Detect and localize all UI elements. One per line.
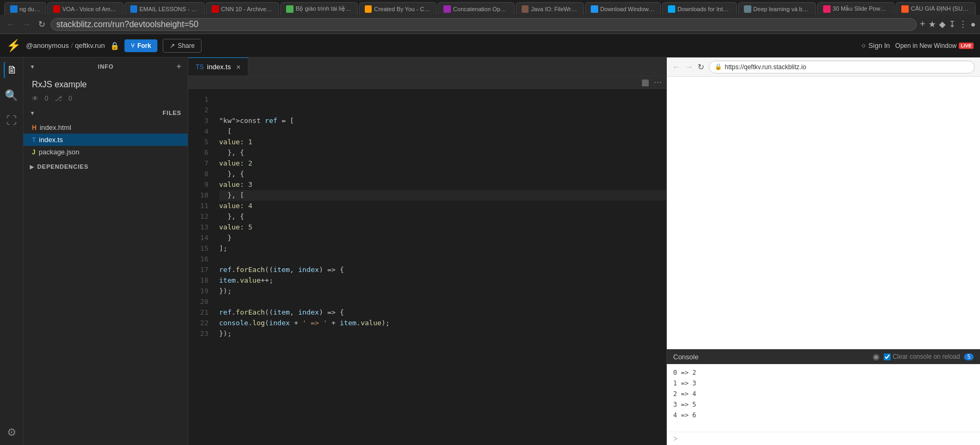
browser-tab[interactable]: CNN 10 - Archive -...	[206, 2, 279, 15]
browser-tab[interactable]: 30 Mẫu Slide Power...	[817, 2, 894, 15]
editor-tab-label: index.ts	[207, 63, 231, 71]
open-new-window-label: Open in New Window	[895, 42, 957, 50]
right-actions: ○ Sign In Open in New Window LIVE	[861, 42, 974, 50]
line-number: 1	[188, 94, 214, 105]
files-chevron: ▼	[30, 110, 35, 116]
files-list: Hindex.htmlTindex.tsJpackage.json	[23, 119, 188, 160]
code-content[interactable]: "kw">const ref = [ [ value: 1 }, { value…	[214, 89, 666, 445]
project-meta: 👁 0 ⎇ 0	[23, 94, 188, 106]
browser-tab[interactable]: ng dung	[4, 2, 46, 15]
code-line	[219, 94, 666, 105]
lock-icon[interactable]: 🔒	[110, 42, 119, 50]
line-number: 5	[188, 137, 214, 147]
fork-label: Fork	[137, 42, 151, 50]
line-number: 20	[188, 296, 214, 307]
code-line	[219, 296, 666, 307]
split-editor-icon[interactable]: ▦	[641, 77, 649, 87]
bookmarks-icon[interactable]: ★	[928, 19, 936, 29]
line-number: 14	[188, 233, 214, 243]
files-section-header[interactable]: ▼ FILES	[23, 106, 188, 119]
browser-tab[interactable]: Download Windows...	[585, 2, 661, 15]
browser-tab[interactable]: VOA - Voice of Ame...	[47, 2, 123, 15]
info-section-header[interactable]: ▼ INFO +	[23, 57, 188, 76]
editor-tab-index-ts[interactable]: TS index.ts ×	[188, 57, 248, 76]
forward-button[interactable]: →	[20, 19, 33, 30]
fork-button[interactable]: ⑂ Fork	[124, 39, 157, 52]
file-item-index_ts[interactable]: Tindex.ts	[23, 134, 188, 146]
clear-on-reload-label[interactable]: Clear console on reload	[884, 353, 960, 360]
code-line: value: 4	[219, 201, 666, 211]
settings-activity-icon[interactable]: ⚙	[5, 424, 19, 441]
line-number: 22	[188, 318, 214, 328]
line-number: 2	[188, 105, 214, 116]
browser-tab[interactable]: Concatenation Oper...	[438, 2, 514, 15]
code-line: }, [	[219, 190, 666, 201]
file-item-package_json[interactable]: Jpackage.json	[23, 146, 188, 158]
editor-tabs: TS index.ts ×	[188, 57, 666, 76]
extensions-icon[interactable]: ◆	[939, 19, 945, 29]
file-item-index_html[interactable]: Hindex.html	[23, 121, 188, 134]
info-section-title: INFO	[98, 63, 113, 70]
user-icon[interactable]: ●	[970, 20, 976, 29]
stackblitz-topbar: ⚡ @anonymous / qeftkv.run 🔒 ⑂ Fork ↗ Sha…	[0, 34, 980, 57]
line-number: 21	[188, 307, 214, 318]
preview-address-bar[interactable]: 🔒 https://qeftkv.run.stackblitz.io	[709, 61, 975, 73]
code-line: });	[219, 328, 666, 339]
line-number: 6	[188, 147, 214, 158]
share-icon: ↗	[170, 42, 175, 50]
console-panel: Console ◉ Clear console on reload 5 0 =>…	[667, 349, 980, 445]
fork-count: 0	[69, 95, 72, 102]
code-line: ref.forEach((item, index) => {	[219, 265, 666, 275]
open-in-new-window-button[interactable]: Open in New Window LIVE	[895, 42, 974, 50]
preview-refresh-button[interactable]: ↻	[698, 62, 705, 72]
console-line: 2 => 4	[673, 389, 974, 399]
clear-on-reload-text: Clear console on reload	[893, 353, 960, 360]
code-line: }, {	[219, 147, 666, 158]
code-line: [	[219, 126, 666, 137]
browser-tab[interactable]: Downloads for Intel...	[662, 2, 737, 15]
back-button[interactable]: ←	[4, 19, 17, 30]
console-title: Console	[673, 353, 699, 361]
files-activity-icon[interactable]: 🗎	[4, 62, 20, 78]
code-line: value: 5	[219, 222, 666, 233]
code-line: item.value++;	[219, 275, 666, 286]
share-button[interactable]: ↗ Share	[163, 39, 202, 53]
right-panel: ← → ↻ 🔒 https://qeftkv.run.stackblitz.io…	[666, 57, 980, 445]
main-layout: 🗎 🔍 ⛶ ⚙ ▼ INFO + RxJS example 👁 0 ⎇ 0 ▼ …	[0, 57, 980, 445]
live-badge: LIVE	[959, 43, 974, 49]
menu-icon[interactable]: ⋮	[959, 19, 967, 29]
line-number: 9	[188, 179, 214, 190]
clear-on-reload-checkbox[interactable]	[884, 353, 891, 360]
refresh-button[interactable]: ↻	[36, 18, 47, 30]
code-line	[219, 254, 666, 265]
deps-chevron: ▶	[30, 164, 34, 170]
address-bar[interactable]: stackblitz.com/run?devtoolsheight=50	[51, 18, 917, 31]
browser-tab[interactable]: Deep learning và bài...	[738, 2, 816, 15]
search-activity-icon[interactable]: 🔍	[3, 87, 20, 104]
preview-lock-icon: 🔒	[715, 63, 722, 70]
more-options-icon[interactable]: ⋯	[654, 77, 662, 87]
add-project-icon[interactable]: +	[177, 62, 181, 71]
stop-icon[interactable]: ◉	[873, 352, 880, 361]
close-tab-icon[interactable]: ×	[236, 63, 240, 71]
line-number: 11	[188, 201, 214, 211]
sign-in-button[interactable]: ○ Sign In	[861, 42, 890, 50]
console-line: 3 => 5	[673, 399, 974, 410]
info-chevron: ▼	[30, 64, 35, 70]
console-prompt: >	[667, 432, 980, 445]
preview-back-button[interactable]: ←	[672, 62, 681, 72]
browser-tab[interactable]: Java IO: FileWriter	[516, 2, 584, 15]
add-tab-icon[interactable]: +	[920, 19, 926, 30]
sidebar: ▼ INFO + RxJS example 👁 0 ⎇ 0 ▼ FILES Hi…	[23, 57, 188, 445]
code-line: ];	[219, 243, 666, 254]
browser-tab[interactable]: CÂU GIÀ ĐỊNH (SUB...	[895, 2, 976, 15]
browser-tab[interactable]: Bộ giáo trình tài liệu...	[280, 2, 357, 15]
downloads-icon[interactable]: ↧	[949, 19, 956, 29]
console-line: 1 => 3	[673, 378, 974, 389]
preview-header: ← → ↻ 🔒 https://qeftkv.run.stackblitz.io	[667, 57, 980, 77]
dependencies-section-header[interactable]: ▶ DEPENDENCIES	[23, 160, 188, 173]
extensions-activity-icon[interactable]: ⛶	[4, 112, 19, 129]
browser-tab[interactable]: EMAIL LESSONS - H...	[124, 2, 205, 15]
browser-tab[interactable]: Created By You - Co...	[359, 2, 437, 15]
preview-forward-button[interactable]: →	[685, 62, 693, 72]
